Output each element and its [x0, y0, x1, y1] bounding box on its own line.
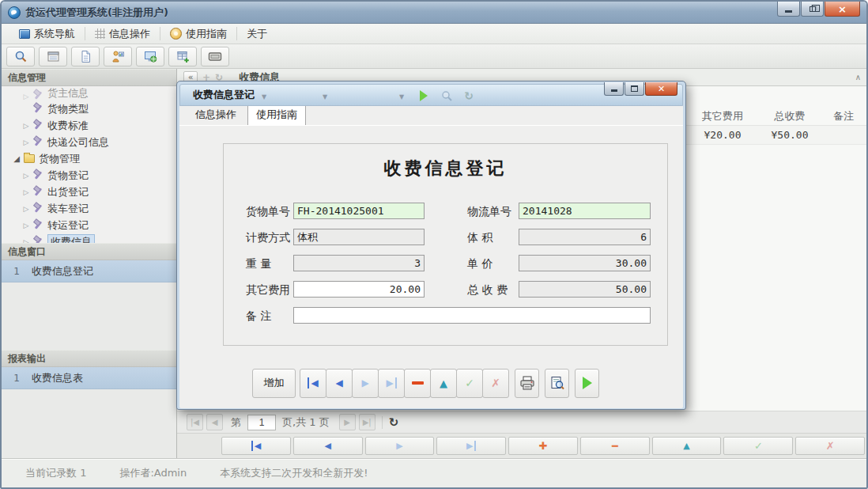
tree-item-transfer-register[interactable]: ▷ 转运登记: [2, 217, 176, 233]
dropdown-arrow-icon[interactable]: ▼: [323, 93, 327, 100]
menu-item-user-guide[interactable]: 使用指南: [160, 24, 236, 44]
expand-arrow-icon[interactable]: ▷: [21, 222, 32, 229]
dialog-maximize-button[interactable]: [625, 82, 644, 96]
print-preview-button[interactable]: [545, 369, 569, 398]
run-button[interactable]: [575, 369, 599, 398]
menu-item-system-nav[interactable]: 系统导航: [9, 24, 85, 44]
nav-last-button[interactable]: ▶: [378, 369, 405, 398]
print-button[interactable]: [515, 369, 539, 398]
record-edit-button[interactable]: ▲: [652, 437, 722, 455]
record-delete-button[interactable]: ━: [580, 437, 650, 455]
tree-item-label: 货物类型: [47, 102, 89, 116]
sidebar-section-report-output[interactable]: 报表输出: [2, 350, 176, 367]
report-output-item-fee-table[interactable]: 1 收费信息表: [2, 367, 176, 389]
dialog-minimize-button[interactable]: [604, 82, 624, 96]
prev-icon: ◀: [335, 377, 342, 389]
record-add-button[interactable]: ✚: [508, 437, 578, 455]
pager-suffix-label: 页,共 1 页: [282, 415, 330, 430]
sidebar-section-info-window[interactable]: 信息窗口: [2, 243, 176, 260]
tree-item-express-company-info[interactable]: ▷ 快递公司信息: [2, 134, 176, 150]
edit-button[interactable]: ▲: [430, 369, 457, 398]
tree-item-cargo-register[interactable]: ▷ 货物登记: [2, 167, 176, 184]
tree-item-loading-register[interactable]: ▷ 装车登记: [2, 200, 176, 217]
tree-item-fee-standard[interactable]: ▷ 收费标准: [2, 117, 176, 134]
x-icon: ✗: [491, 377, 500, 389]
add-button[interactable]: 增加: [252, 369, 296, 398]
page-last-button[interactable]: ▶|: [359, 414, 376, 430]
record-last-button[interactable]: ▶: [436, 437, 506, 455]
cancel-button[interactable]: ✗: [482, 369, 509, 398]
sidebar-section-info-management[interactable]: 信息管理: [2, 69, 176, 86]
document-icon: [79, 50, 92, 63]
sidebar: 信息管理 ▷ 货主信息 货物类型 ▷ 收费标准: [2, 69, 177, 458]
refresh-icon[interactable]: ↻: [389, 415, 399, 430]
monitor-button[interactable]: [136, 47, 164, 66]
tree-item-fee-info[interactable]: ▷ 收费信息: [2, 233, 176, 243]
expand-arrow-icon[interactable]: ▷: [21, 205, 32, 213]
cargo-no-field[interactable]: [293, 203, 425, 219]
grid-header-total-fee[interactable]: 总收费: [759, 109, 821, 123]
play-icon: [420, 90, 428, 101]
minimize-button[interactable]: [777, 2, 800, 17]
other-fee-field[interactable]: [293, 281, 425, 298]
dialog-tab-user-guide[interactable]: 使用指南: [247, 104, 306, 125]
dropdown-arrow-icon[interactable]: ▼: [262, 93, 266, 100]
unit-price-field: [519, 255, 651, 271]
status-operator: 操作者:Admin: [119, 466, 187, 480]
nav-next-button[interactable]: ▶: [352, 369, 379, 398]
record-cancel-button[interactable]: ✗: [795, 437, 865, 455]
grid-header-other-fee[interactable]: 其它费用: [686, 109, 759, 123]
collapse-arrow-icon[interactable]: ◢: [11, 154, 22, 163]
nav-first-button[interactable]: ◀: [300, 369, 326, 398]
grid-header-remark[interactable]: 备注: [821, 109, 866, 123]
close-button[interactable]: ×: [825, 2, 860, 17]
remark-field[interactable]: [293, 307, 651, 324]
printer-icon: [519, 376, 535, 390]
dialog-button-bar: 增加 ◀ ◀ ▶ ▶ ▲ ✓ ✗: [179, 367, 683, 399]
list-item-label: 收费信息登记: [32, 264, 93, 279]
pager-prefix-label: 第: [231, 415, 241, 430]
grid-data-row[interactable]: 00 ¥20.00 ¥50.00: [659, 126, 866, 145]
record-action-bar: ◀ ◀ ▶ ▶ ✚ ━ ▲ ✓ ✗: [177, 433, 866, 458]
expand-arrow-icon[interactable]: ▷: [21, 172, 32, 180]
tree-item-cargo-type[interactable]: 货物类型: [2, 100, 176, 117]
search-button[interactable]: [6, 47, 35, 66]
expand-arrow-icon[interactable]: ▷: [21, 122, 32, 130]
minimize-icon: [611, 89, 617, 92]
app-window: 货运代理管理系统(非注册用户) × 系统导航 信息操作 使用指南 关于: [0, 0, 868, 489]
menu-item-info-ops[interactable]: 信息操作: [85, 24, 160, 44]
run-query-button[interactable]: [414, 87, 433, 104]
record-confirm-button[interactable]: ✓: [723, 437, 793, 455]
nav-prev-button[interactable]: ◀: [326, 369, 353, 398]
other-fee-label: 其它费用: [246, 283, 290, 298]
collapse-panel-icon[interactable]: ∧: [855, 73, 860, 82]
record-first-button[interactable]: ◀: [221, 437, 291, 455]
page-first-button[interactable]: |◀: [187, 414, 203, 430]
logistics-no-field[interactable]: [519, 203, 651, 219]
page-number-input[interactable]: [247, 415, 276, 430]
dialog-tab-info-ops[interactable]: 信息操作: [187, 105, 244, 125]
page-next-button[interactable]: ▶: [339, 414, 356, 430]
user-report-button[interactable]: [104, 47, 132, 66]
grid-visible-fragment: 其它费用 总收费 备注 00 ¥20.00 ¥50.00: [659, 107, 866, 145]
restore-button[interactable]: [801, 2, 824, 17]
device-button[interactable]: [201, 47, 229, 66]
tree-item-cargo-management[interactable]: ◢ 货物管理: [2, 150, 176, 167]
page-prev-button[interactable]: ◀: [206, 414, 223, 430]
info-window-item-fee-register[interactable]: 1 收费信息登记: [2, 260, 176, 282]
tree-item-shipper-info[interactable]: ▷ 货主信息: [2, 88, 176, 100]
form-view-button[interactable]: [39, 47, 67, 66]
dropdown-arrow-icon[interactable]: ▼: [399, 93, 404, 100]
expand-arrow-icon[interactable]: ▷: [21, 138, 32, 146]
confirm-button[interactable]: ✓: [456, 369, 483, 398]
tree-item-shipment-register[interactable]: ▷ 出货登记: [2, 184, 176, 200]
record-prev-button[interactable]: ◀: [293, 437, 363, 455]
expand-arrow-icon[interactable]: ▷: [21, 93, 32, 100]
record-next-button[interactable]: ▶: [365, 437, 435, 455]
new-document-button[interactable]: [71, 47, 100, 66]
delete-button[interactable]: [404, 369, 431, 398]
table-add-button[interactable]: [168, 47, 197, 66]
expand-arrow-icon[interactable]: ▷: [21, 188, 32, 196]
menu-item-about[interactable]: 关于: [237, 24, 277, 44]
dialog-close-button[interactable]: ✕: [645, 82, 677, 96]
